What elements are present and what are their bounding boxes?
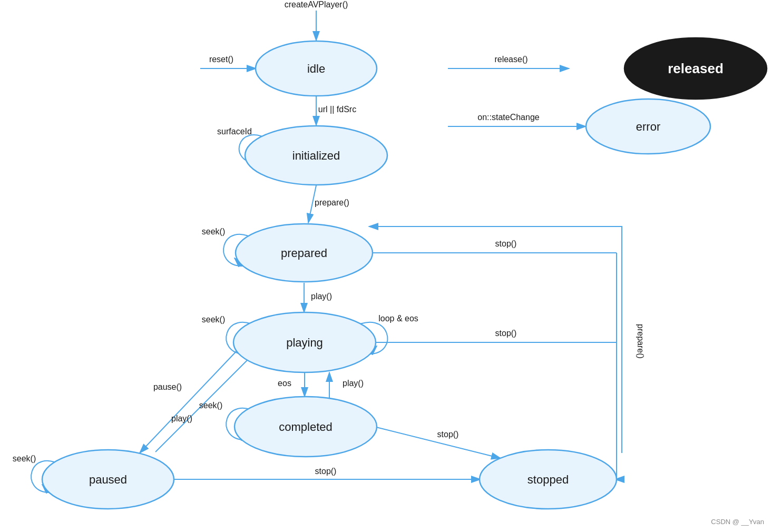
label-released: released <box>668 61 724 76</box>
label-prepared: prepared <box>281 247 327 260</box>
label-eos: eos <box>278 379 291 388</box>
arrow-prepare-from-stopped <box>369 226 622 453</box>
label-stop-paused: stop() <box>315 467 337 476</box>
label-completed: completed <box>279 420 333 434</box>
label-stop-prepared: stop() <box>495 239 517 248</box>
label-initialized: initialized <box>292 149 340 162</box>
label-surfaceid: surfaceId <box>217 127 252 136</box>
label-play-from-completed: play() <box>343 379 364 388</box>
label-play-from-paused: play() <box>171 414 192 423</box>
label-prepare-from-stopped: prepare() <box>636 324 645 359</box>
label-stop-completed: stop() <box>437 430 459 439</box>
label-create: createAVPlayer() <box>285 0 348 9</box>
label-seek-paused: seek() <box>13 454 36 463</box>
arrow-stop-playing-right <box>615 253 617 479</box>
label-seek-prepared: seek() <box>202 227 225 236</box>
label-reset: reset() <box>209 55 233 64</box>
label-error: error <box>636 120 660 133</box>
label-play1: play() <box>311 292 332 301</box>
label-pause: pause() <box>153 382 182 391</box>
label-idle: idle <box>307 62 325 75</box>
label-prepare1: prepare() <box>315 198 349 207</box>
label-seek-playing: seek() <box>202 315 225 324</box>
label-release: release() <box>494 55 527 64</box>
label-seek-completed: seek() <box>199 401 222 410</box>
label-paused: paused <box>89 473 127 486</box>
label-stopped: stopped <box>527 473 569 486</box>
label-url: url || fdSrc <box>318 105 356 114</box>
watermark: CSDN @ __Yvan <box>711 518 764 526</box>
label-playing: playing <box>286 336 323 349</box>
label-loop-eos: loop & eos <box>378 314 418 323</box>
label-statechange: on::stateChange <box>477 113 540 122</box>
label-stop-playing: stop() <box>495 329 517 338</box>
arrow-pause <box>140 348 240 453</box>
